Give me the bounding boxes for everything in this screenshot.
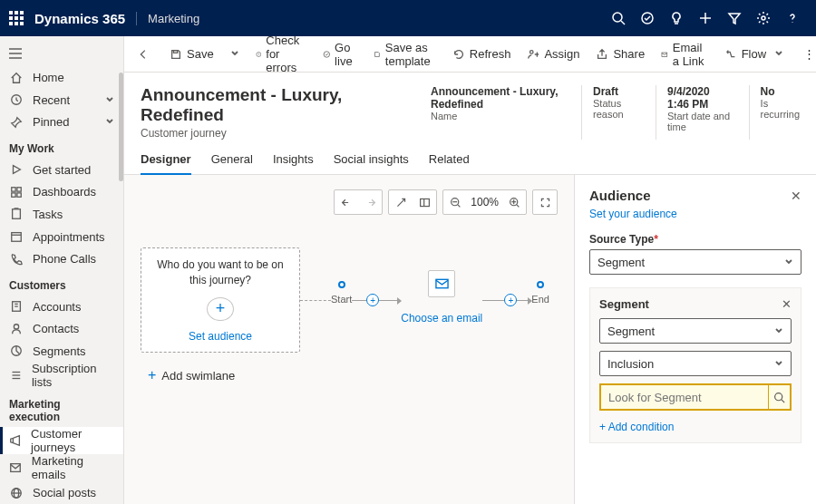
audience-start-card[interactable]: Who do you want to be on this journey? +… [141,247,300,353]
share-button[interactable]: Share [588,36,652,73]
nav-contacts[interactable]: Contacts [0,317,123,340]
nav-pinned[interactable]: Pinned [0,111,123,134]
nav-tasks[interactable]: Tasks [0,203,123,226]
refresh-button[interactable]: Refresh [445,36,519,73]
inclusion-select[interactable]: Inclusion [599,351,792,376]
nav-dashboards[interactable]: Dashboards [0,181,123,204]
cmd-label: Save as template [385,41,436,68]
source-type-label: Source Type [589,233,654,246]
nav-get-started[interactable]: Get started [0,159,123,181]
svg-rect-11 [17,188,21,191]
nav-label: Appointments [33,230,105,244]
undo-button[interactable] [335,190,358,214]
required-asterisk: * [654,233,658,246]
gear-icon[interactable] [749,0,778,36]
zoom-level: 100% [467,196,502,208]
zoom-out-button[interactable] [443,190,467,214]
check-errors-button[interactable]: Check for errors [248,36,314,73]
add-swimlane-button[interactable]: + Add swimlane [148,367,235,383]
svg-rect-25 [11,464,21,472]
nav-label: Pinned [33,115,69,129]
svg-line-42 [516,204,518,206]
nav-social-posts[interactable]: Social posts [0,481,123,504]
segment-box: Segment ✕ Segment Inclusion [589,287,801,443]
nav-section-marketing: Marketing execution [0,389,123,427]
nav-recent[interactable]: Recent [0,89,123,111]
phone-icon [9,252,24,267]
nav-phone-calls[interactable]: Phone Calls [0,247,123,270]
nav-marketing-emails[interactable]: Marketing emails [0,454,123,481]
help-icon[interactable] [778,0,807,36]
svg-point-32 [530,50,534,53]
flow-connector [379,300,401,301]
map-button[interactable] [413,190,436,214]
home-icon [9,71,24,85]
save-button[interactable]: Save [162,36,221,73]
fullscreen-button[interactable] [533,190,557,214]
nav-subscription-lists[interactable]: Subscription lists [0,362,123,389]
nav-home[interactable]: Home [0,66,123,89]
nav-label: Segments [33,344,86,358]
svg-rect-13 [17,193,21,197]
segment-search-field[interactable] [599,383,792,411]
module-name[interactable]: Marketing [136,12,199,25]
redo-button[interactable] [358,190,382,214]
tab-related[interactable]: Related [429,152,470,174]
choose-email-link[interactable]: Choose an email [401,312,482,325]
segment-select[interactable]: Segment [599,318,792,344]
nav-customer-journeys[interactable]: Customer journeys [0,427,123,454]
hamburger-button[interactable] [0,40,123,66]
segment-remove-button[interactable]: ✕ [782,297,792,311]
nav-sidebar: Home Recent Pinned My Work Get started D… [0,36,124,504]
meta-recur-label: Is recurring [761,98,800,120]
source-type-select[interactable]: Segment [589,249,801,275]
designer-canvas: 100% Who do you want to be on this journ… [124,175,574,504]
set-audience-link[interactable]: Set your audience [589,208,677,220]
add-swimlane-label: Add swimlane [161,369,235,383]
app-name: Dynamics 365 [34,11,125,26]
app-launcher-icon[interactable] [9,11,24,25]
expand-button[interactable] [389,190,413,214]
task-icon[interactable] [633,0,662,36]
add-icon[interactable] [691,0,720,36]
nav-appointments[interactable]: Appointments [0,226,123,248]
tab-designer[interactable]: Designer [141,152,191,175]
tab-general[interactable]: General [211,152,253,174]
select-value: Segment [607,325,655,338]
tab-social-insights[interactable]: Social insights [334,152,409,174]
save-template-button[interactable]: Save as template [366,36,443,73]
add-audience-button[interactable]: + [207,297,234,321]
lightbulb-icon[interactable] [662,0,691,36]
svg-point-20 [14,324,18,328]
email-node[interactable]: Choose an email [401,270,482,325]
meta-date-value: 9/4/2020 1:46 PM [667,85,733,111]
chevron-down-icon [784,256,793,269]
panel-close-button[interactable]: ✕ [791,189,801,203]
nav-accounts[interactable]: Accounts [0,296,123,318]
go-live-button[interactable]: Go live [316,36,365,73]
filter-icon[interactable] [720,0,749,36]
plus-icon: + [148,367,156,383]
flow-button[interactable]: Flow [717,36,791,73]
back-button[interactable] [131,36,155,73]
segment-search-input[interactable] [601,385,768,409]
journey-flow: Who do you want to be on this journey? +… [141,247,549,353]
save-dropdown[interactable] [223,36,247,73]
cmd-label: Assign [544,47,579,61]
command-bar: Save Check for errors Go live Save as te… [124,36,816,73]
search-icon[interactable] [604,0,633,36]
assign-button[interactable]: Assign [520,36,587,73]
sidebar-scrollbar[interactable] [119,73,123,181]
nav-segments[interactable]: Segments [0,340,123,363]
tab-insights[interactable]: Insights [273,152,314,174]
add-condition-link[interactable]: + Add condition [599,421,674,433]
set-audience-link[interactable]: Set audience [189,330,252,343]
nav-label: Marketing emails [32,454,114,481]
meta-status-value: Draft [593,85,639,98]
add-step-button[interactable]: + [504,294,517,306]
overflow-button[interactable]: ⋮ [800,36,816,73]
email-link-button[interactable]: Email a Link [654,36,715,73]
zoom-in-button[interactable] [502,190,526,214]
add-step-button[interactable]: + [366,294,379,306]
segment-search-button[interactable] [768,385,790,409]
